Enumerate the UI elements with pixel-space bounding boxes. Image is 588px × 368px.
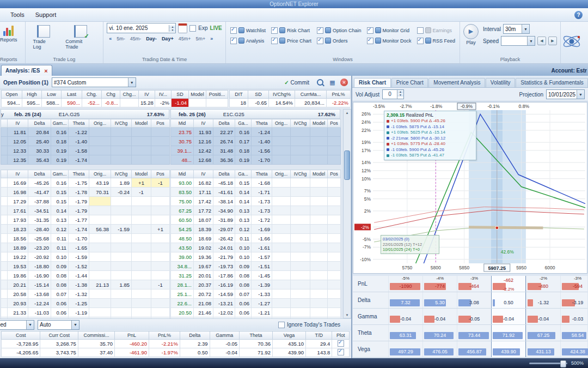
option-cell[interactable]: 0.15	[235, 178, 252, 188]
option-cell[interactable]	[291, 128, 310, 137]
option-cell[interactable]	[151, 206, 170, 215]
option-cell[interactable]	[111, 146, 132, 155]
option-cell[interactable]: 56.38	[89, 225, 111, 234]
option-cell[interactable]	[1, 299, 8, 308]
option-cell[interactable]: 0.13	[235, 215, 252, 225]
option-cell[interactable]	[291, 271, 310, 280]
option-cell[interactable]	[310, 155, 328, 165]
commit-trade-button[interactable]: ✓ Commit Trade	[61, 23, 100, 52]
option-row[interactable]: 19.86-16.900.08-1.44	[1, 271, 170, 280]
option-cell[interactable]	[272, 225, 291, 234]
option-cell[interactable]: -1.75	[69, 178, 89, 188]
reports-button[interactable]: Reports	[0, 23, 22, 45]
option-cell[interactable]: 20.37	[194, 280, 213, 289]
scroll-up-icon[interactable]: ▲	[346, 110, 349, 116]
option-cell[interactable]: 0.08	[51, 280, 69, 289]
option-cell[interactable]	[132, 280, 151, 289]
option-cell[interactable]	[310, 188, 328, 197]
window-toggle-monitor-dock[interactable]: Monitor Dock	[367, 38, 412, 44]
option-cell[interactable]: 11.93	[194, 128, 213, 137]
option-cell[interactable]: 18.39	[194, 225, 213, 234]
option-cell[interactable]: 12.42	[194, 146, 213, 155]
option-cell[interactable]	[328, 280, 341, 289]
option-cell[interactable]: 20.93	[8, 299, 28, 308]
option-cell[interactable]	[151, 252, 170, 262]
option-cell[interactable]: -1.33	[252, 289, 272, 299]
option-cell[interactable]: 19.67	[194, 262, 213, 271]
option-cell[interactable]: -24.01	[213, 243, 235, 252]
tab-risk-chart[interactable]: Risk Chart	[354, 78, 391, 87]
option-row[interactable]: 20.21-15.140.08-1.3821.131.85-1	[1, 280, 170, 289]
option-cell[interactable]	[272, 262, 291, 271]
option-cell[interactable]: -1	[151, 178, 170, 188]
option-cell[interactable]	[111, 243, 132, 252]
option-row[interactable]: 18.23-28.400.12-1.7456.38-1.59+1	[1, 225, 170, 234]
option-cell[interactable]: 21.33	[8, 308, 28, 317]
option-cell[interactable]: 48.50	[171, 234, 194, 243]
option-cell[interactable]: -1.39	[252, 280, 272, 289]
zoom-slider[interactable]	[529, 363, 567, 364]
tab-price-chart[interactable]: Price Chart	[391, 78, 428, 87]
nav-prev-fast-icon[interactable]: «	[107, 35, 114, 42]
option-cell[interactable]: -21.79	[213, 252, 235, 262]
option-cell[interactable]: -1.40	[69, 137, 89, 146]
option-cell[interactable]	[89, 289, 111, 299]
option-cell[interactable]: -1.44	[69, 271, 89, 280]
menu-support[interactable]: Support	[30, 10, 62, 19]
scroll-down-icon[interactable]: ▼	[346, 312, 349, 318]
option-cell[interactable]: -45.26	[28, 178, 51, 188]
option-cell[interactable]	[291, 178, 310, 188]
option-cell[interactable]: 26.74	[213, 137, 235, 146]
option-cell[interactable]: 35.43	[28, 155, 51, 165]
option-cell[interactable]	[328, 243, 341, 252]
option-row[interactable]: 17.93-31.350.13-1.77	[1, 215, 170, 225]
option-cell[interactable]	[272, 188, 291, 197]
option-cell[interactable]	[89, 234, 111, 243]
option-cell[interactable]: 25.40	[28, 137, 51, 146]
option-cell[interactable]: -1.21	[252, 308, 272, 317]
option-cell[interactable]: 93.00	[171, 178, 194, 188]
option-cell[interactable]: 30.75	[171, 137, 194, 146]
option-cell[interactable]: -41.61	[213, 188, 235, 197]
tab-volatility[interactable]: Volatility	[486, 78, 515, 87]
option-row[interactable]: 17.61-34.510.14-1.79	[1, 206, 170, 215]
option-row[interactable]: 31.2520.01-17.860.08-1.45	[171, 271, 341, 280]
option-cell[interactable]: -34.90	[213, 206, 235, 215]
option-row[interactable]: 83.5017.11-41.610.14-1.71	[171, 188, 341, 197]
calendar-icon[interactable]	[178, 23, 187, 33]
menu-tools[interactable]: Tools	[5, 10, 29, 19]
option-cell[interactable]	[1, 128, 8, 137]
option-cell[interactable]: -1.24	[252, 128, 272, 137]
option-cell[interactable]: -1.56	[252, 146, 272, 155]
option-cell[interactable]	[291, 215, 310, 225]
option-row[interactable]: 20.5021.46-12.020.06-1.21	[171, 308, 341, 317]
option-cell[interactable]	[151, 128, 170, 137]
option-cell[interactable]	[89, 262, 111, 271]
option-cell[interactable]: -1	[151, 280, 170, 289]
option-cell[interactable]: -38.14	[213, 197, 235, 206]
option-cell[interactable]	[1, 155, 8, 165]
option-cell[interactable]: -1.38	[69, 280, 89, 289]
option-cell[interactable]	[89, 146, 111, 155]
option-cell[interactable]	[310, 234, 328, 243]
option-cell[interactable]: 0.08	[51, 271, 69, 280]
option-cell[interactable]: 0.15	[51, 197, 69, 206]
window-toggle-risk-chart[interactable]: Risk Chart	[271, 27, 311, 34]
option-cell[interactable]	[132, 234, 151, 243]
option-row[interactable]: 12.3535.430.19-1.74	[1, 155, 170, 165]
option-row[interactable]: 93.0016.82-45.180.15-1.68	[171, 178, 341, 188]
option-cell[interactable]: -1.57	[252, 252, 272, 262]
option-cell[interactable]: 20.21	[8, 280, 28, 289]
option-cell[interactable]	[272, 146, 291, 155]
option-cell[interactable]: 0.10	[51, 252, 69, 262]
option-cell[interactable]: -17.86	[213, 271, 235, 280]
option-cell[interactable]	[272, 243, 291, 252]
option-cell[interactable]	[111, 271, 132, 280]
option-cell[interactable]: 0.13	[51, 215, 69, 225]
option-cell[interactable]	[89, 137, 111, 146]
option-cell[interactable]	[1, 178, 8, 188]
option-cell[interactable]	[132, 262, 151, 271]
option-cell[interactable]: -1.69	[252, 225, 272, 234]
option-cell[interactable]	[1, 146, 8, 155]
option-cell[interactable]: 83.50	[171, 188, 194, 197]
